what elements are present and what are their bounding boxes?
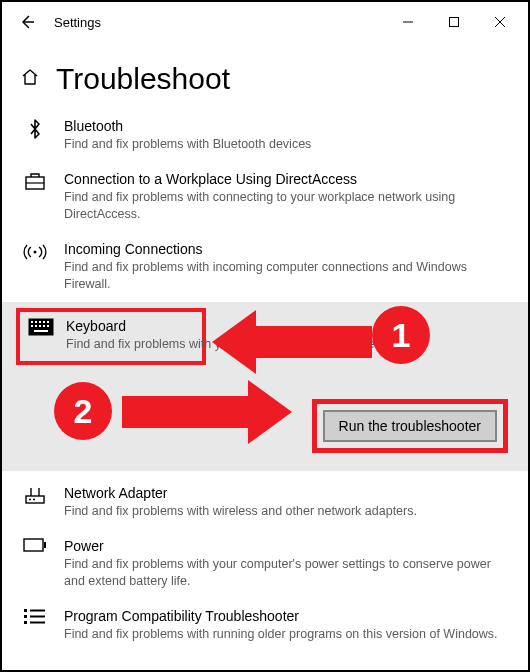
- page-header: Troubleshoot: [2, 42, 528, 104]
- item-power[interactable]: Power Find and fix problems with your co…: [2, 530, 528, 600]
- svg-rect-17: [43, 325, 45, 327]
- svg-rect-32: [30, 621, 45, 623]
- svg-marker-33: [212, 310, 372, 374]
- keyboard-icon: [28, 318, 54, 336]
- item-title: Network Adapter: [64, 485, 508, 501]
- svg-point-7: [34, 250, 37, 253]
- svg-rect-30: [30, 609, 45, 611]
- item-desc: Find and fix problems with running older…: [64, 626, 508, 643]
- svg-rect-11: [39, 321, 41, 323]
- minimize-icon: [402, 16, 414, 28]
- annotation-step-1: 1: [372, 306, 430, 364]
- svg-marker-34: [122, 380, 292, 444]
- run-troubleshooter-button[interactable]: Run the troubleshooter: [323, 410, 497, 442]
- titlebar: Settings: [2, 2, 528, 42]
- svg-rect-15: [35, 325, 37, 327]
- annotation-step-2: 2: [54, 382, 112, 440]
- item-desc: Find and fix problems with connecting to…: [64, 189, 508, 223]
- svg-rect-29: [24, 621, 27, 624]
- list-icon: [24, 608, 46, 626]
- svg-point-24: [33, 499, 35, 501]
- minimize-button[interactable]: [386, 7, 430, 37]
- svg-rect-2: [450, 18, 459, 27]
- svg-rect-26: [44, 542, 46, 548]
- svg-rect-19: [34, 330, 48, 332]
- highlight-run: Run the troubleshooter: [312, 399, 508, 453]
- item-network[interactable]: Network Adapter Find and fix problems wi…: [2, 471, 528, 530]
- window-title: Settings: [54, 15, 101, 30]
- svg-rect-14: [31, 325, 33, 327]
- back-button[interactable]: [12, 7, 42, 37]
- svg-rect-16: [39, 325, 41, 327]
- close-button[interactable]: [478, 7, 522, 37]
- item-incoming[interactable]: Incoming Connections Find and fix proble…: [2, 233, 528, 303]
- maximize-icon: [448, 16, 460, 28]
- svg-rect-13: [47, 321, 49, 323]
- highlight-keyboard: Keyboard Find and fix problems with your…: [16, 308, 206, 365]
- window-controls: [386, 7, 522, 37]
- svg-rect-31: [30, 615, 45, 617]
- maximize-button[interactable]: [432, 7, 476, 37]
- briefcase-icon: [24, 171, 46, 191]
- svg-point-23: [29, 499, 31, 501]
- item-desc: Find and fix problems with wireless and …: [64, 503, 508, 520]
- item-bluetooth[interactable]: Bluetooth Find and fix problems with Blu…: [2, 110, 528, 163]
- battery-icon: [23, 538, 47, 552]
- item-directaccess[interactable]: Connection to a Workplace Using DirectAc…: [2, 163, 528, 233]
- svg-rect-28: [24, 615, 27, 618]
- item-title: Connection to a Workplace Using DirectAc…: [64, 171, 508, 187]
- svg-rect-25: [24, 539, 43, 551]
- close-icon: [494, 16, 506, 28]
- annotation-arrow-2: [122, 380, 292, 444]
- item-title: Bluetooth: [64, 118, 508, 134]
- home-icon[interactable]: [20, 67, 40, 91]
- page-title: Troubleshoot: [56, 62, 230, 96]
- arrow-left-icon: [18, 13, 36, 31]
- svg-rect-10: [35, 321, 37, 323]
- item-compat[interactable]: Program Compatibility Troubleshooter Fin…: [2, 600, 528, 653]
- svg-rect-18: [47, 325, 49, 327]
- svg-rect-12: [43, 321, 45, 323]
- item-title: Program Compatibility Troubleshooter: [64, 608, 508, 624]
- troubleshooter-list: Bluetooth Find and fix problems with Blu…: [2, 104, 528, 653]
- bluetooth-icon: [27, 118, 43, 140]
- item-title: Incoming Connections: [64, 241, 508, 257]
- item-desc: Find and fix problems with incoming comp…: [64, 259, 508, 293]
- svg-rect-27: [24, 609, 27, 612]
- item-title: Power: [64, 538, 508, 554]
- annotation-arrow-1: [212, 310, 372, 374]
- antenna-icon: [23, 241, 47, 263]
- network-icon: [24, 485, 46, 505]
- item-desc: Find and fix problems with Bluetooth dev…: [64, 136, 508, 153]
- svg-rect-9: [31, 321, 33, 323]
- item-desc: Find and fix problems with your computer…: [64, 556, 508, 590]
